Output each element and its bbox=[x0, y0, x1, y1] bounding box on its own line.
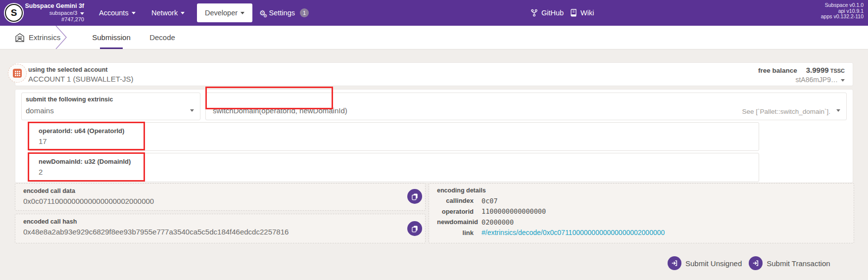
chevron-down-icon bbox=[836, 109, 840, 112]
nav-accounts[interactable]: Accounts bbox=[99, 0, 136, 26]
version-info: Subspace v0.1.0 api v10.9.1 apps v0.132.… bbox=[821, 2, 864, 20]
chain-selector[interactable]: Subspace Gemini 3f subspace/3 #747,270 bbox=[24, 2, 84, 23]
detail-row-newdomainid: newdomainid 02000000 bbox=[437, 217, 846, 228]
decode-link[interactable]: #/extrinsics/decode/0x0c0711000000000000… bbox=[482, 229, 665, 236]
submit-transaction-button[interactable]: Submit Transaction bbox=[749, 256, 830, 270]
detail-row-link: link #/extrinsics/decode/0x0c07110000000… bbox=[437, 228, 846, 238]
sign-in-icon bbox=[668, 256, 681, 270]
pallet-value: domains bbox=[26, 106, 54, 115]
detail-row-operatorid: operatorid 1100000000000000 bbox=[437, 206, 846, 217]
account-balance-block: free balance3.9999TSSC stA86mJP9… bbox=[758, 66, 845, 84]
nav-settings-label: Settings bbox=[269, 9, 295, 17]
submit-transaction-label: Submit Transaction bbox=[767, 259, 830, 268]
detail-value: 0c07 bbox=[482, 197, 498, 205]
copy-call-data-button[interactable] bbox=[407, 189, 422, 204]
copy-icon bbox=[411, 193, 418, 200]
tab-bar: Extrinsics Submission Decode bbox=[0, 26, 868, 49]
encoding-details-label: encoding details bbox=[437, 187, 486, 194]
detail-key: callindex bbox=[437, 197, 474, 204]
runtime-version: subspace/3 bbox=[49, 10, 77, 16]
chevron-down-icon bbox=[241, 12, 244, 14]
account-select-label: using the selected account bbox=[28, 66, 107, 73]
settings-badge: 1 bbox=[300, 8, 309, 17]
detail-key: newdomainid bbox=[437, 218, 474, 226]
chevron-down-icon bbox=[181, 12, 185, 14]
param-new-domain-id-label: newDomainId: u32 (DomainId) bbox=[39, 158, 131, 165]
chevron-down-icon bbox=[80, 12, 84, 15]
param-new-domain-id-value: 2 bbox=[39, 168, 43, 176]
github-link[interactable]: GitHub bbox=[530, 0, 564, 26]
detail-value: 1100000000000000 bbox=[482, 207, 546, 215]
chevron-down-icon bbox=[190, 109, 194, 112]
encoding-details-rows: callindex 0c07 operatorid 11000000000000… bbox=[437, 195, 846, 238]
chevron-down-icon bbox=[841, 79, 845, 82]
encoded-call-data-box: encoded call data 0x0c071100000000000000… bbox=[15, 183, 426, 211]
chevron-down-icon bbox=[132, 12, 136, 14]
wiki-link[interactable]: Wiki bbox=[570, 0, 594, 26]
top-nav-bar: S Subspace Gemini 3f subspace/3 #747,270… bbox=[0, 0, 868, 26]
extrinsic-card: submit the following extrinsic domains s… bbox=[15, 89, 853, 183]
free-balance-label: free balance bbox=[758, 67, 797, 74]
subwallet-icon bbox=[13, 69, 22, 78]
extrinsics-icon bbox=[15, 33, 25, 45]
github-label: GitHub bbox=[541, 9, 564, 17]
tab-decode[interactable]: Decode bbox=[145, 26, 180, 49]
submit-unsigned-label: Submit Unsigned bbox=[685, 259, 742, 268]
nav-accounts-label: Accounts bbox=[99, 9, 129, 17]
submit-unsigned-button[interactable]: Submit Unsigned bbox=[668, 256, 742, 270]
nav-network[interactable]: Network bbox=[151, 0, 185, 26]
detail-key: operatorid bbox=[437, 208, 474, 215]
method-value: switchDomain(operatorId, newDomainId) bbox=[213, 106, 347, 115]
book-icon bbox=[570, 9, 577, 17]
param-operator-id-label: operatorId: u64 (OperatorId) bbox=[39, 127, 124, 135]
nav-settings[interactable]: ⚙⚙ Settings 1 bbox=[259, 0, 309, 26]
best-block-number: #747,270 bbox=[24, 16, 84, 23]
chain-name: Subspace Gemini 3f bbox=[24, 2, 84, 10]
subspace-logo[interactable]: S bbox=[4, 3, 24, 23]
extrinsics-page: S Subspace Gemini 3f subspace/3 #747,270… bbox=[0, 0, 868, 280]
param-new-domain-id-input[interactable]: newDomainId: u32 (DomainId) 2 bbox=[28, 153, 759, 182]
encoded-call-hash-value: 0x48e8a2ab93e929c6829f8ee93b7955e777a354… bbox=[23, 228, 289, 236]
account-select-card[interactable]: using the selected account ACCOUNT 1 (SU… bbox=[15, 62, 853, 86]
account-address-toggle[interactable]: stA86mJP9… bbox=[758, 76, 845, 84]
breadcrumb-chevron bbox=[54, 26, 70, 49]
extrinsic-section-label: submit the following extrinsic bbox=[26, 96, 113, 103]
nav-developer[interactable]: Developer bbox=[197, 3, 252, 22]
account-address-short: stA86mJP9… bbox=[795, 76, 838, 84]
param-operator-id-input[interactable]: operatorId: u64 (OperatorId) 17 bbox=[28, 122, 759, 151]
detail-value: 02000000 bbox=[482, 218, 514, 226]
nav-network-label: Network bbox=[151, 9, 178, 17]
gear-icon: ⚙⚙ bbox=[259, 9, 266, 16]
encoded-call-data-label: encoded call data bbox=[23, 187, 75, 194]
detail-row-callindex: callindex 0c07 bbox=[437, 195, 846, 206]
sign-in-icon bbox=[749, 256, 763, 270]
copy-call-hash-button[interactable] bbox=[407, 221, 422, 236]
tab-submission[interactable]: Submission bbox=[89, 26, 134, 49]
tab-decode-label: Decode bbox=[149, 33, 175, 42]
encoding-details-box: encoding details callindex 0c07 operator… bbox=[429, 183, 854, 243]
encoded-call-hash-box: encoded call hash 0x48e8a2ab93e929c6829f… bbox=[15, 214, 426, 243]
subspace-logo-letter: S bbox=[5, 4, 23, 22]
node-version: Subspace v0.1.0 bbox=[821, 2, 864, 8]
nav-developer-label: Developer bbox=[205, 9, 238, 17]
method-dropdown[interactable]: switchDomain(operatorId, newDomainId) Se… bbox=[205, 93, 847, 120]
account-identicon bbox=[8, 64, 27, 83]
method-doc: See [`Pallet::switch_domain`]. bbox=[742, 108, 830, 115]
selected-account-name: ACCOUNT 1 (SUBWALLET-JS) bbox=[28, 75, 134, 83]
copy-icon bbox=[411, 225, 418, 233]
apps-version: apps v0.132.2-110 bbox=[821, 14, 864, 20]
free-balance-value: 3.9999 bbox=[806, 66, 829, 74]
pallet-dropdown[interactable]: submit the following extrinsic domains bbox=[21, 93, 200, 120]
wiki-label: Wiki bbox=[580, 9, 594, 17]
git-branch-icon bbox=[530, 9, 538, 17]
encoded-call-data-value: 0x0c0711000000000000000002000000 bbox=[23, 197, 154, 205]
balance-unit: TSSC bbox=[830, 68, 845, 74]
action-buttons: Submit Unsigned Submit Transaction bbox=[668, 254, 830, 273]
encoded-call-hash-label: encoded call hash bbox=[23, 218, 77, 225]
param-operator-id-value: 17 bbox=[39, 137, 47, 145]
detail-key: link bbox=[437, 229, 474, 236]
tab-submission-label: Submission bbox=[92, 33, 131, 42]
